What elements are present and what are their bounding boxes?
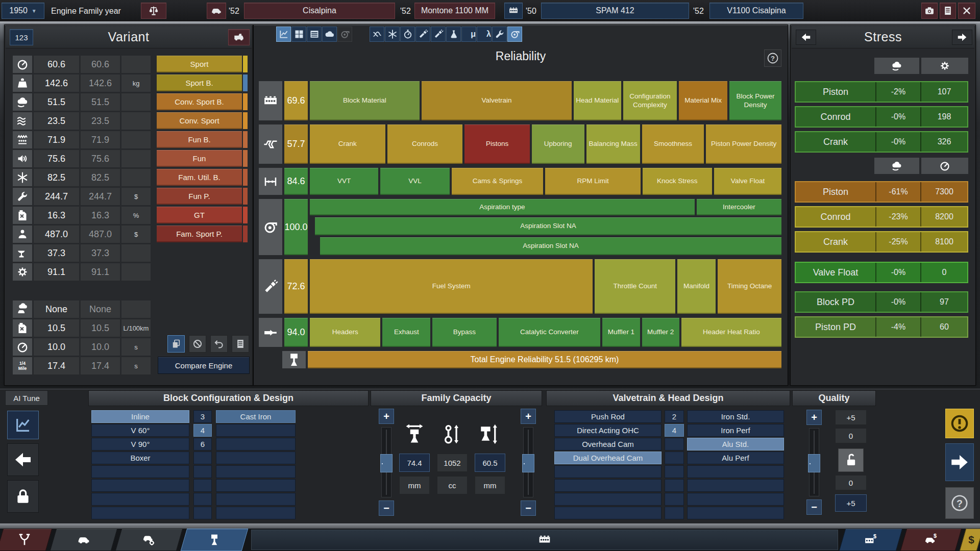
cylinder-count-option[interactable]: 3 [193, 410, 212, 423]
head-material-option[interactable] [687, 465, 784, 478]
block-config-option[interactable] [91, 479, 189, 492]
valvetrain-option[interactable]: Dual Overhead Cam [554, 452, 662, 464]
notes-button[interactable] [940, 3, 956, 19]
clone-button[interactable] [232, 335, 249, 353]
valvetrain-option[interactable] [554, 479, 662, 492]
block-config-option[interactable] [91, 465, 189, 478]
turbo-view-button[interactable] [337, 27, 352, 42]
treemap-cell[interactable]: Material Mix [679, 81, 727, 120]
lambda-button[interactable]: λ [477, 27, 492, 42]
valvetrain-option[interactable]: Push Rod [554, 410, 662, 423]
quality-lock-button[interactable] [838, 448, 864, 472]
prev-page-button[interactable] [796, 30, 816, 45]
bore-decrease-button[interactable]: − [379, 500, 394, 516]
head-material-option[interactable]: Iron Perf [687, 424, 784, 437]
service-tools-button[interactable] [492, 27, 507, 42]
reliability-view-button[interactable] [322, 27, 337, 42]
compare-scale-button[interactable] [141, 3, 166, 19]
ai-tune-tab[interactable]: AI Tune [5, 390, 48, 406]
utility-vehicle-button[interactable] [228, 29, 250, 45]
cylinder-count-option[interactable] [193, 507, 212, 519]
head-material-option[interactable] [687, 479, 784, 492]
treemap-cell[interactable]: Catalytic Converter [499, 318, 601, 347]
treemap-cell[interactable]: Cams & Springs [452, 168, 543, 195]
fluid-button[interactable] [446, 27, 461, 42]
injector-b-button[interactable] [431, 27, 446, 42]
block-material-option[interactable] [216, 424, 296, 437]
treemap-cell[interactable]: Bypass [432, 318, 496, 347]
block-config-option[interactable] [91, 507, 189, 519]
treemap-cell[interactable]: VVT [310, 168, 378, 195]
block-config-option[interactable]: Boxer [91, 452, 189, 464]
treemap-cell[interactable]: Valve Float [714, 168, 781, 195]
undo-button[interactable] [210, 335, 228, 353]
quality-increase-button[interactable]: + [806, 410, 822, 425]
cylinder-count-option[interactable] [193, 493, 212, 506]
engine-family-bar[interactable] [251, 530, 838, 550]
vehicle-type-item[interactable]: Conv. Sport B. [157, 93, 248, 110]
treemap-cell[interactable]: Block Material [310, 81, 420, 120]
cylinder-count-option[interactable]: 6 [193, 438, 212, 450]
cylinder-count-option[interactable] [193, 452, 212, 464]
valvetrain-option[interactable]: Direct Acting OHC [554, 424, 662, 437]
quality-max-label-2[interactable]: +5 [835, 494, 867, 512]
quality-slider[interactable] [809, 428, 819, 496]
graph-mode-button[interactable] [7, 411, 39, 439]
aspiration-slot-2[interactable]: Aspiration Slot NA [320, 237, 781, 255]
multi-graph-button[interactable] [291, 27, 306, 42]
car-cost-tab[interactable] [903, 529, 959, 551]
power-graph-button[interactable] [276, 27, 291, 42]
vehicle-type-item[interactable]: Conv. Sport [157, 112, 248, 129]
valve-count-option[interactable] [665, 493, 684, 506]
treemap-cell[interactable]: Block Power Density [729, 81, 781, 120]
aspiration-slot-1[interactable]: Aspiration Slot NA [315, 217, 781, 235]
car-body-tab[interactable] [53, 529, 114, 551]
compare-engine-button[interactable]: Compare Engine [158, 357, 250, 374]
treemap-cell[interactable]: Smoothness [642, 124, 704, 164]
vehicle-type-item[interactable]: Fun [157, 150, 248, 167]
clear-compare-button[interactable] [189, 335, 206, 353]
year-dropdown[interactable]: 1950▼ [2, 3, 44, 19]
treemap-cell[interactable]: Upboring [532, 124, 584, 164]
summary-cost-tab[interactable] [963, 529, 980, 551]
cylinder-count-option[interactable]: 4 [193, 424, 212, 437]
close-button[interactable] [958, 3, 975, 19]
next-step-button[interactable] [945, 443, 974, 481]
block-material-option[interactable] [216, 493, 296, 506]
treemap-cell[interactable]: Muffler 1 [602, 318, 640, 347]
valvetrain-option[interactable] [554, 493, 662, 506]
engine-family-button[interactable] [504, 3, 523, 19]
screenshot-button[interactable] [921, 3, 938, 19]
vehicle-type-item[interactable]: Fun B. [157, 131, 248, 148]
treemap-cell[interactable]: Pistons [464, 124, 529, 164]
treemap-cell[interactable]: RPM Limit [545, 168, 641, 195]
treemap-cell[interactable]: Valvetrain [422, 81, 572, 120]
trim-name-box[interactable]: Montone 1100 MM [414, 3, 495, 19]
treemap-cell[interactable]: Manifold [677, 259, 716, 314]
car-name-box[interactable]: Cisalpina [244, 3, 395, 19]
headers-tab[interactable] [0, 529, 49, 551]
head-material-option[interactable]: Alu Std. [687, 438, 784, 450]
cylinder-count-option[interactable] [193, 479, 212, 492]
treemap-cell[interactable]: Exhaust [382, 318, 430, 347]
bore-value-field[interactable]: 74.4 [399, 454, 430, 472]
valvetrain-option[interactable] [554, 465, 662, 478]
car-model-button[interactable] [207, 3, 226, 19]
vehicle-type-item[interactable]: Fun P. [157, 188, 248, 205]
treemap-cell[interactable]: Header Heat Ratio [681, 318, 781, 347]
valve-count-option[interactable]: 2 [665, 410, 684, 423]
treemap-cell[interactable]: Headers [310, 318, 380, 347]
stroke-value-field[interactable]: 60.5 [475, 454, 505, 472]
block-material-option[interactable] [216, 507, 296, 519]
numbers-toggle-button[interactable]: 123 [10, 29, 33, 45]
vehicle-type-item[interactable]: Fam. Sport P. [157, 226, 248, 242]
engine-cost-tab[interactable] [842, 529, 899, 551]
head-material-option[interactable]: Iron Std. [687, 410, 784, 423]
stroke-decrease-button[interactable]: − [521, 500, 536, 516]
quality-decrease-button[interactable]: − [806, 499, 822, 515]
treemap-cell[interactable]: Conrods [387, 124, 463, 164]
data-table-button[interactable] [307, 27, 322, 42]
vehicle-type-item[interactable]: Sport [157, 56, 248, 72]
variant-name-box[interactable]: V1100 Cisalpina [709, 3, 803, 19]
treemap-cell[interactable]: Muffler 2 [642, 318, 679, 347]
